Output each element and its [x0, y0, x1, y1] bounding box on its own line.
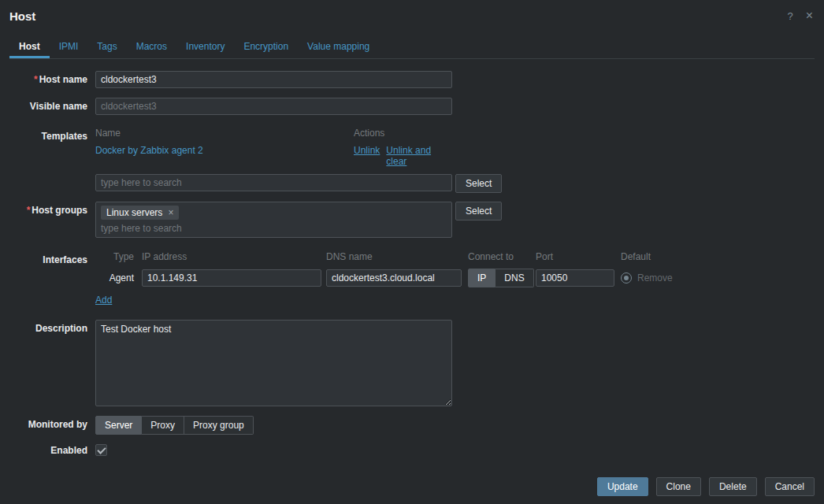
interfaces-dns-header: DNS name — [326, 251, 468, 262]
cancel-button[interactable]: Cancel — [765, 477, 815, 496]
delete-button[interactable]: Delete — [709, 477, 757, 496]
visible-name-label: Visible name — [9, 98, 95, 112]
interfaces-label-text: Interfaces — [43, 254, 87, 265]
monitored-by-proxy-group-button[interactable]: Proxy group — [184, 416, 254, 435]
interfaces-ip-header: IP address — [142, 251, 326, 262]
interfaces-type-header: Type — [95, 251, 142, 262]
enabled-checkbox[interactable] — [95, 444, 107, 456]
interfaces-default-header: Default — [621, 251, 673, 262]
host-groups-search-placeholder[interactable]: type here to search — [101, 220, 447, 234]
templates-search-input[interactable] — [95, 174, 452, 191]
host-name-label: *Host name — [9, 71, 95, 85]
tab-ipmi[interactable]: IPMI — [50, 35, 88, 58]
host-name-input[interactable] — [95, 71, 452, 88]
monitored-by-label-text: Monitored by — [28, 419, 87, 430]
templates-block: Name Actions Docker by Zabbix agent 2 Un… — [95, 128, 502, 193]
linked-template-row: Docker by Zabbix agent 2 Unlink Unlink a… — [95, 145, 452, 167]
add-interface-link[interactable]: Add — [95, 295, 112, 306]
templates-actions-header: Actions — [354, 128, 452, 139]
tab-value-mapping[interactable]: Value mapping — [298, 35, 379, 58]
host-name-label-text: Host name — [39, 74, 87, 85]
interfaces-port-header: Port — [536, 251, 621, 262]
chip-remove-icon[interactable]: × — [168, 208, 173, 217]
templates-column-headers: Name Actions — [95, 128, 452, 139]
visible-name-row: Visible name — [9, 98, 824, 115]
host-groups-row: *Host groups Linux servers × type here t… — [9, 202, 824, 238]
templates-row: Templates Name Actions Docker by Zabbix … — [9, 128, 824, 193]
help-icon[interactable]: ? — [787, 11, 792, 21]
description-label: Description — [9, 320, 95, 334]
templates-select-button[interactable]: Select — [455, 174, 502, 193]
tab-macros[interactable]: Macros — [127, 35, 176, 58]
interface-ip-input[interactable] — [142, 269, 321, 287]
templates-search-row: Select — [95, 174, 502, 193]
page-title: Host — [9, 9, 35, 23]
host-name-row: *Host name — [9, 71, 824, 88]
enabled-row: Enabled — [9, 442, 824, 456]
host-groups-select-button[interactable]: Select — [455, 202, 502, 220]
required-marker: * — [34, 74, 38, 85]
templates-name-header: Name — [95, 128, 354, 139]
monitored-by-row: Monitored by Server Proxy Proxy group — [9, 416, 824, 435]
interface-row-agent: Agent IP DNS Remove — [95, 269, 673, 287]
visible-name-label-text: Visible name — [30, 101, 87, 112]
interfaces-connect-header: Connect to — [468, 251, 536, 262]
monitored-by-proxy-button[interactable]: Proxy — [142, 416, 184, 435]
tab-tags[interactable]: Tags — [87, 35, 126, 58]
visible-name-input[interactable] — [95, 98, 452, 115]
interface-remove-link: Remove — [637, 272, 673, 284]
tab-bar: Host IPMI Tags Macros Inventory Encrypti… — [9, 35, 815, 59]
unlink-link[interactable]: Unlink — [354, 145, 380, 167]
monitored-by-server-button[interactable]: Server — [95, 416, 142, 435]
required-marker: * — [27, 205, 31, 216]
monitored-by-toggle: Server Proxy Proxy group — [95, 416, 254, 435]
connect-to-dns-button[interactable]: DNS — [496, 269, 533, 287]
tab-encryption[interactable]: Encryption — [234, 35, 298, 58]
host-groups-multiselect[interactable]: Linux servers × type here to search — [95, 202, 452, 238]
unlink-and-clear-link[interactable]: Unlink and clear — [386, 145, 452, 167]
host-groups-label: *Host groups — [9, 202, 95, 216]
close-icon[interactable]: × — [806, 9, 813, 22]
host-group-chip-label: Linux servers — [106, 207, 162, 218]
description-row: Description Test Docker host — [9, 320, 824, 406]
description-textarea[interactable]: Test Docker host — [95, 320, 452, 406]
dialog-footer: Update Clone Delete Cancel — [597, 477, 815, 496]
interface-dns-input[interactable] — [326, 269, 462, 287]
tab-inventory[interactable]: Inventory — [176, 35, 234, 58]
interfaces-label: Interfaces — [9, 251, 95, 265]
linked-template-link[interactable]: Docker by Zabbix agent 2 — [95, 145, 354, 167]
interfaces-column-headers: Type IP address DNS name Connect to Port… — [95, 251, 673, 262]
interface-type-label: Agent — [95, 272, 142, 284]
interfaces-row: Interfaces Type IP address DNS name Conn… — [9, 251, 824, 306]
interface-port-input[interactable] — [536, 269, 614, 287]
header-icons: ? × — [787, 9, 813, 22]
connect-to-toggle: IP DNS — [468, 269, 536, 287]
templates-label: Templates — [9, 128, 95, 142]
interfaces-block: Type IP address DNS name Connect to Port… — [95, 251, 673, 306]
tab-host[interactable]: Host — [9, 35, 50, 58]
host-form: *Host name Visible name Templates Name A… — [0, 59, 824, 456]
description-label-text: Description — [35, 323, 87, 334]
host-group-chip[interactable]: Linux servers × — [101, 206, 179, 220]
interface-default-cell: Remove — [621, 272, 673, 284]
interface-ip-cell — [142, 269, 326, 287]
clone-button[interactable]: Clone — [656, 477, 701, 496]
enabled-label: Enabled — [9, 442, 95, 456]
enabled-label-text: Enabled — [50, 445, 87, 456]
interface-port-cell — [536, 269, 621, 287]
dialog-header: Host ? × — [0, 0, 824, 23]
host-groups-label-text: Host groups — [32, 205, 87, 216]
interface-add-row: Add — [95, 295, 673, 306]
default-interface-radio[interactable] — [621, 272, 632, 284]
update-button[interactable]: Update — [597, 477, 648, 496]
linked-template-actions: Unlink Unlink and clear — [354, 145, 452, 167]
templates-label-text: Templates — [42, 131, 87, 142]
monitored-by-label: Monitored by — [9, 416, 95, 430]
interface-dns-cell — [326, 269, 468, 287]
connect-to-ip-button[interactable]: IP — [468, 269, 496, 287]
